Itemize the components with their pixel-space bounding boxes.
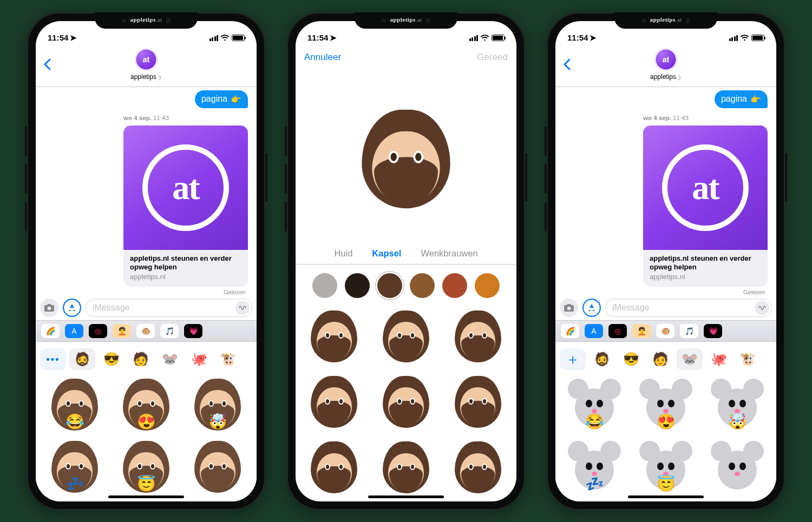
memoji-neutral[interactable] [183,437,252,497]
hair-style-grid[interactable] [296,303,516,501]
tab-memoji-3[interactable]: 🧑 [647,348,673,370]
hair-color-ginger[interactable] [475,273,500,298]
mouse-sleep[interactable]: 💤 [560,437,629,497]
link-title: appletips.nl steunen en verder opweg hel… [130,254,241,272]
link-preview-card[interactable]: at appletips.nl steunen en verder opweg … [643,125,768,287]
tab-mouse[interactable]: 🐭 [157,348,183,370]
audio-message-button[interactable] [755,301,769,315]
battery-icon [751,35,764,41]
hair-color-brown[interactable] [410,273,435,298]
animoji-app[interactable]: 🐵 [136,324,155,338]
editor-category-tabs[interactable]: HuidKapselWenkbrauwen [296,248,516,265]
hair-long-shaggy[interactable] [372,371,441,433]
contact-header[interactable]: at appletips❯ [650,48,682,81]
link-domain: appletips.nl [130,273,241,281]
memoji-halo[interactable]: 😇 [112,437,181,497]
camera-button[interactable] [560,299,578,317]
memoji-heart-eyes[interactable]: 😍 [112,374,181,434]
tab-octopus[interactable]: 🐙 [186,348,212,370]
activity-app[interactable]: ◎ [608,324,627,338]
hair-dreadlocks[interactable] [443,371,512,433]
memoji-sleep[interactable]: 💤 [40,437,109,497]
hair-color-black[interactable] [345,273,370,298]
tab-memoji-2[interactable]: 😎 [618,348,644,370]
mouse-neutral[interactable] [703,437,772,497]
activity-app[interactable]: ◎ [89,324,107,338]
photos-app[interactable]: 🌈 [561,324,579,338]
memoji-app[interactable]: 🧑‍🦱 [113,324,131,338]
memoji-app[interactable]: 🧑‍🦱 [632,324,651,338]
memoji-laugh-cry[interactable]: 😂 [40,374,109,434]
memoji-preview[interactable] [296,70,516,248]
memoji-tab-row[interactable]: •••🧔😎🧑🐭🐙🐮 [40,347,252,374]
animoji-sticker-grid[interactable]: 😂 😍 🤯 💤 😇 [560,374,772,501]
music-app[interactable]: 🎵 [160,324,179,338]
memoji-mind-blown[interactable]: 🤯 [183,374,252,434]
imessage-app-strip[interactable]: 🌈A◎🧑‍🦱🐵🎵💗 [36,320,257,342]
hair-long-tied[interactable] [443,306,512,368]
app-store[interactable]: A [65,324,83,338]
message-timestamp: wo 4 sep. 11:43 [561,115,771,121]
message-input[interactable]: iMessage [605,299,772,317]
home-indicator[interactable] [368,495,444,498]
audio-message-button[interactable] [235,301,250,315]
home-indicator[interactable] [628,495,704,498]
mouse-heart-eyes[interactable]: 😍 [631,374,700,434]
add-memoji-button[interactable]: ＋ [560,348,586,370]
hair-color-row[interactable] [296,265,516,303]
animoji-drawer[interactable]: ＋🧔😎🧑🐭🐙🐮 😂 😍 🤯 💤 😇 [555,342,776,501]
hair-long-side[interactable] [300,371,369,433]
editor-tab-huid[interactable]: Huid [334,248,352,259]
sent-message-bubble[interactable]: pagina👉 [715,90,768,108]
cancel-button[interactable]: Annuleer [304,52,341,63]
contact-header[interactable]: at appletips❯ [130,48,162,81]
hair-long-center[interactable] [300,306,369,368]
message-input[interactable]: iMessage [86,299,252,317]
mouse-halo[interactable]: 😇 [631,437,700,497]
conversation-scroll[interactable]: pagina 👉 wo 4 sep. 11:43 at appletips.nl… [36,87,257,297]
hair-short-3[interactable] [443,437,512,499]
mouse-mind-blown[interactable]: 🤯 [703,374,772,434]
link-preview-card[interactable]: at appletips.nl steunen en verder opweg … [123,125,248,287]
tab-octopus[interactable]: 🐙 [706,348,732,370]
memoji-sticker-grid[interactable]: 😂 😍 🤯 💤 😇 [40,374,252,501]
done-button[interactable]: Gereed [477,52,508,63]
wifi-icon [220,34,230,43]
tab-cow[interactable]: 🐮 [215,348,241,370]
photos-app[interactable]: 🌈 [41,324,60,338]
tab-memoji-1[interactable]: 🧔 [589,348,615,370]
conversation-scroll[interactable]: pagina👉 wo 4 sep. 11:43 at appletips.nl … [555,87,776,297]
app-store-button[interactable] [582,299,601,317]
hair-long-wavy[interactable] [372,306,441,368]
hair-color-gray[interactable] [312,273,337,298]
camera-button[interactable] [40,299,58,317]
home-indicator[interactable] [108,495,184,498]
tab-cow[interactable]: 🐮 [735,348,761,370]
animoji-app[interactable]: 🐵 [656,324,675,338]
location-icon: ➤ [70,33,77,43]
tab-mouse[interactable]: 🐭 [677,348,703,370]
memoji-tab-row[interactable]: ＋🧔😎🧑🐭🐙🐮 [560,347,772,374]
tab-memoji-1[interactable]: 🧔 [69,348,95,370]
memoji-drawer[interactable]: •••🧔😎🧑🐭🐙🐮 😂 😍 🤯 💤 😇 [36,342,257,501]
tab-memoji-2[interactable]: 😎 [99,348,125,370]
hair-short-2[interactable] [372,437,441,499]
tab-memoji-3[interactable]: 🧑 [128,348,154,370]
app-store-button[interactable] [63,299,81,317]
sent-message-bubble[interactable]: pagina 👉 [195,90,248,108]
mouse-laugh-cry[interactable]: 😂 [560,374,629,434]
hair-short-1[interactable] [300,437,369,499]
music-app[interactable]: 🎵 [680,324,698,338]
app-store[interactable]: A [585,324,603,338]
back-button[interactable] [41,57,53,74]
hearts-app[interactable]: 💗 [184,324,202,338]
hair-color-chestnut[interactable] [442,273,467,298]
more-button[interactable]: ••• [40,348,66,370]
imessage-app-strip[interactable]: 🌈A◎🧑‍🦱🐵🎵💗 [555,320,776,342]
editor-tab-kapsel[interactable]: Kapsel [372,248,401,259]
editor-tab-wenkbrauwen[interactable]: Wenkbrauwen [421,248,477,259]
hearts-app[interactable]: 💗 [704,324,722,338]
hair-color-dark-brown[interactable] [377,273,402,298]
link-preview-image: at [123,125,248,250]
back-button[interactable] [561,57,573,74]
